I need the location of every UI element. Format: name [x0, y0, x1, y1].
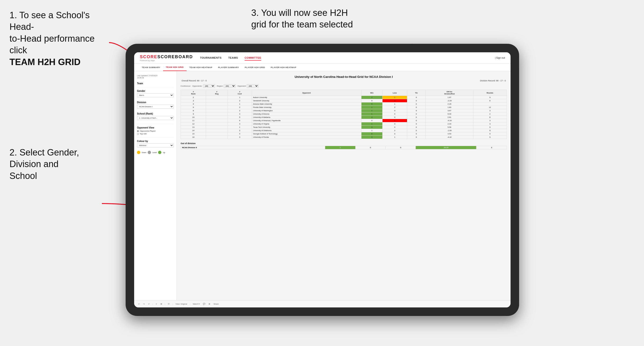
grid-title: University of North Carolina Head-to-Hea…	[180, 75, 507, 79]
cell-conf: 2	[228, 106, 252, 109]
cell-tie: 0	[407, 132, 426, 136]
ann1-line2: to-Head performance click	[10, 34, 94, 55]
table-row: 15 4 Georgia Institute of Technology 6 0…	[181, 132, 507, 136]
toolbar-view[interactable]: View: Original	[175, 303, 188, 305]
cell-loss: 0	[382, 132, 407, 136]
cell-tie: 0	[407, 106, 426, 109]
subnav-player-h2h-heatmap[interactable]: PLAYER H2H HEATMAP	[268, 64, 299, 71]
toolbar-comment[interactable]: 💬	[202, 303, 206, 305]
opponents-select[interactable]: (All)	[203, 84, 215, 88]
nav-committee[interactable]: COMMITTEE	[244, 55, 262, 61]
table-row: 16 3 University of Florida 3 1 0 -4.42 9	[181, 136, 507, 139]
bottom-toolbar: ↩ ↪ ↩ | ⊹ ⊞ | ⏱ | View: Original | Watch…	[134, 300, 510, 307]
toolbar-redo[interactable]: ↪	[142, 303, 146, 305]
toolbar-watch[interactable]: Watch ▾	[192, 303, 200, 305]
opponent-view-options: Opponents Played Top 100	[137, 130, 174, 135]
toolbar-sep2: |	[165, 303, 165, 305]
subnav-player-h2h-grid[interactable]: PLAYER H2H GRID	[242, 64, 268, 71]
filter-conference: Conference	[180, 85, 190, 87]
cell-win: 3	[361, 136, 382, 139]
cell-reg	[206, 112, 228, 116]
opponent-view-label: Opponent View	[137, 126, 174, 129]
region-label: Region	[217, 85, 223, 87]
subnav-team-h2h-heatmap[interactable]: TEAM H2H HEATMAP	[186, 64, 215, 71]
radio-circle-1	[137, 130, 139, 132]
cell-tie: 0	[407, 122, 426, 126]
table-body: 2 1 Auburn University 2 1 0 1.67 9 3 2 V…	[181, 96, 507, 139]
cell-opponent: Arizona State University	[252, 102, 361, 106]
filter-opponent: Opponent (All)	[238, 84, 258, 88]
cell-diff: 2.33	[426, 122, 473, 126]
cell-tie: 0	[407, 96, 426, 99]
cell-win: 3	[361, 116, 382, 119]
cell-opponent: Florida State University	[252, 106, 361, 109]
cell-reg	[206, 96, 228, 99]
cell-rank: 13	[181, 126, 206, 129]
nav-tournaments[interactable]: TOURNAMENTS	[200, 55, 222, 61]
cell-loss: 1	[382, 102, 407, 106]
col-rounds: Rounds	[473, 90, 506, 96]
cell-diff: 4.50	[426, 132, 473, 136]
subnav-team-summary[interactable]: TEAM SUMMARY	[139, 64, 163, 71]
toolbar-crop[interactable]: ⊹	[155, 303, 158, 305]
main-content: Last Updated: 27/03/2024 16:55:38 Team G…	[134, 71, 510, 300]
table-row: 14 2 University of Oklahoma 1 2 0 -1.00 …	[181, 129, 507, 132]
filter-region: Region (All)	[217, 84, 236, 88]
cell-rounds: 3	[473, 109, 506, 112]
cell-win: 2	[361, 96, 382, 99]
cell-rounds	[473, 102, 506, 106]
cell-rounds: 8	[473, 99, 506, 102]
table-row: 13 1 Texas Tech University 3 0 0 5.56 9	[181, 126, 507, 129]
toolbar-undo[interactable]: ↩	[138, 303, 140, 305]
toolbar-clock[interactable]: ⏱	[167, 303, 170, 305]
cell-rank: 8	[181, 109, 206, 112]
toolbar-grid-icon[interactable]: ⊞	[208, 303, 211, 305]
cell-conf: 2	[228, 109, 252, 112]
cell-win: 1	[361, 129, 382, 132]
cell-loss: 1	[382, 96, 407, 99]
gender-select[interactable]: Men's	[137, 93, 174, 97]
sidebar: Last Updated: 27/03/2024 16:55:38 Team G…	[134, 71, 177, 300]
cell-win: 0	[361, 119, 382, 122]
cell-opponent: University of Arkansas, Fayetteville	[252, 119, 361, 122]
col-reg: #Reg	[206, 90, 228, 96]
nav-teams[interactable]: TEAMS	[228, 55, 238, 61]
color-up-dot	[158, 151, 162, 154]
cell-rank: 14	[181, 129, 206, 132]
table-row: 2 1 Auburn University 2 1 0 1.67 9	[181, 96, 507, 99]
sign-out-link[interactable]: | Sign out	[495, 57, 505, 59]
col-win: Win	[361, 90, 382, 96]
out-div-row: NCAA Division II 1 0 0 26.00 3	[181, 146, 507, 149]
table-row: 4 1 Arizona State University 5 1 0 2.29	[181, 102, 507, 106]
logo-text: SCORESCOREBOARD	[140, 54, 193, 59]
cell-rounds: 9	[473, 132, 506, 136]
cell-tie: 0	[407, 136, 426, 139]
tablet-screen: SCORESCOREBOARD Powered by clippi TOURNA…	[134, 52, 510, 307]
cell-reg	[206, 119, 228, 122]
subnav-team-h2h-grid[interactable]: TEAM H2H GRID	[163, 64, 186, 71]
cell-diff: 1.67	[426, 96, 473, 99]
cell-rounds: 9	[473, 96, 506, 99]
cell-rank: 12	[181, 122, 206, 126]
cell-rank: 9	[181, 112, 206, 116]
nav-items: TOURNAMENTS TEAMS COMMITTEE	[200, 55, 495, 61]
cell-diff: 9.00	[426, 112, 473, 116]
region-select[interactable]: (All)	[224, 84, 236, 88]
toolbar-back[interactable]: ↩	[148, 303, 150, 305]
out-division-table: NCAA Division II 1 0 0 26.00 3	[180, 146, 507, 149]
cell-conf: 5	[228, 116, 252, 119]
opponent-select[interactable]: (All)	[247, 84, 258, 88]
division-select[interactable]: NCAA Division I	[137, 105, 174, 109]
radio-top100[interactable]: Top 100	[137, 133, 174, 135]
toolbar-share[interactable]: Share	[213, 303, 219, 305]
cell-win: 1	[361, 122, 382, 126]
cell-rounds: 3	[473, 122, 506, 126]
subnav-player-summary[interactable]: PLAYER SUMMARY	[215, 64, 242, 71]
colour-by-select[interactable]: Win/loss	[137, 143, 174, 148]
toolbar-arrange[interactable]: ⊞	[160, 303, 163, 305]
annotation-3: 3. You will now see H2H grid for the tea…	[251, 7, 353, 30]
radio-opponents-played[interactable]: Opponents Played	[137, 130, 174, 132]
cell-rank: 15	[181, 132, 206, 136]
cell-rank: 10	[181, 116, 206, 119]
school-select[interactable]: 1. University of Nort...	[137, 116, 174, 120]
